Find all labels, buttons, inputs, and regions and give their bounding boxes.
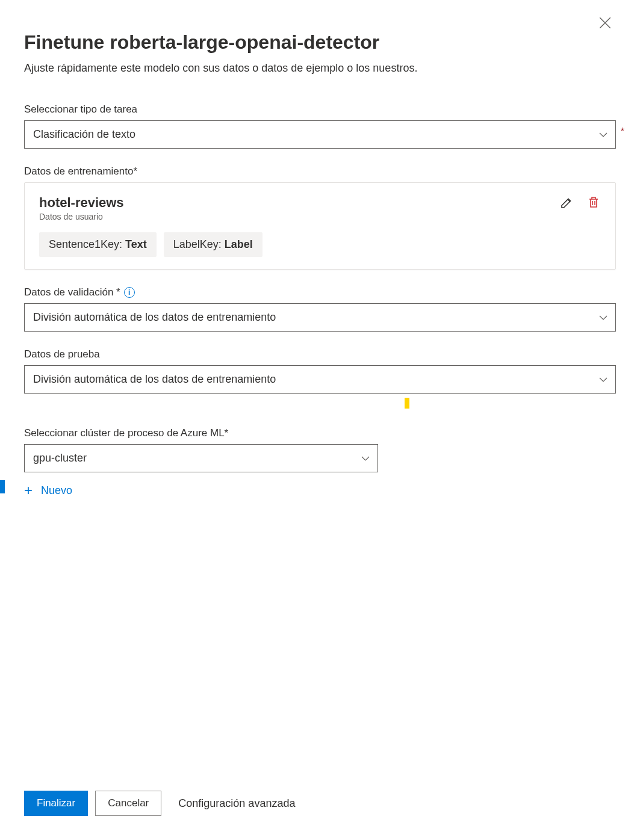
task-type-value: Clasificación de texto [33, 128, 135, 141]
sentence-key-label: Sentence1Key: [49, 238, 125, 250]
footer-bar: Finalizar Cancelar Configuración avanzad… [24, 791, 616, 840]
page-subtitle: Ajuste rápidamente este modelo con sus d… [24, 62, 616, 75]
new-cluster-link[interactable]: + Nuevo [24, 483, 72, 498]
page-title: Finetune roberta-large-openai-detector [24, 31, 616, 54]
sentence-key-pill: Sentence1Key: Text [39, 232, 157, 257]
plus-icon: + [24, 483, 33, 498]
dataset-name: hotel-reviews [39, 195, 124, 211]
finish-button[interactable]: Finalizar [24, 791, 88, 816]
finetune-panel: Finetune roberta-large-openai-detector A… [0, 0, 640, 840]
training-data-field: Datos de entrenamiento* hotel-reviews Da… [24, 165, 616, 270]
compute-cluster-field: Seleccionar clúster de proceso de Azure … [24, 427, 616, 498]
label-key-pill: LabelKey: Label [164, 232, 263, 257]
test-data-label: Datos de prueba [24, 348, 616, 360]
cancel-button[interactable]: Cancelar [95, 791, 161, 816]
new-cluster-label: Nuevo [41, 484, 72, 497]
task-type-label: Seleccionar tipo de tarea [24, 103, 616, 116]
left-accent-bar [0, 480, 5, 493]
advanced-config-link[interactable]: Configuración avanzada [178, 797, 295, 810]
training-data-label: Datos de entrenamiento* [24, 165, 616, 178]
pencil-icon [560, 195, 574, 209]
label-key-value: Label [225, 238, 253, 250]
test-data-field: Datos de prueba División automática de l… [24, 348, 616, 394]
validation-data-label-text: Datos de validación * [24, 286, 120, 298]
training-data-label-text: Datos de entrenamiento* [24, 165, 137, 178]
close-button[interactable] [599, 17, 611, 31]
test-data-label-text: Datos de prueba [24, 348, 100, 360]
validation-data-label: Datos de validación * i [24, 286, 616, 298]
sentence-key-value: Text [125, 238, 147, 250]
label-key-label: LabelKey: [173, 238, 225, 250]
trash-icon [586, 195, 601, 209]
compute-cluster-label: Seleccionar clúster de proceso de Azure … [24, 427, 616, 439]
validation-data-select[interactable]: División automática de los datos de entr… [24, 303, 616, 332]
task-type-field: Seleccionar tipo de tarea Clasificación … [24, 103, 616, 149]
test-data-select[interactable]: División automática de los datos de entr… [24, 365, 616, 394]
validation-data-value: División automática de los datos de entr… [33, 311, 276, 324]
training-data-card: hotel-reviews Datos de usuario [24, 182, 616, 270]
task-type-select[interactable]: Clasificación de texto [24, 120, 616, 149]
close-icon [599, 17, 611, 29]
validation-data-field: Datos de validación * i División automát… [24, 286, 616, 332]
compute-cluster-value: gpu-cluster [33, 452, 87, 465]
compute-cluster-select[interactable]: gpu-cluster [24, 444, 378, 472]
info-icon[interactable]: i [124, 287, 135, 298]
required-indicator: * [621, 126, 624, 137]
highlight-marker [405, 398, 409, 409]
test-data-value: División automática de los datos de entr… [33, 373, 276, 386]
edit-dataset-button[interactable] [560, 195, 574, 209]
delete-dataset-button[interactable] [586, 195, 601, 209]
dataset-subtitle: Datos de usuario [39, 212, 124, 221]
